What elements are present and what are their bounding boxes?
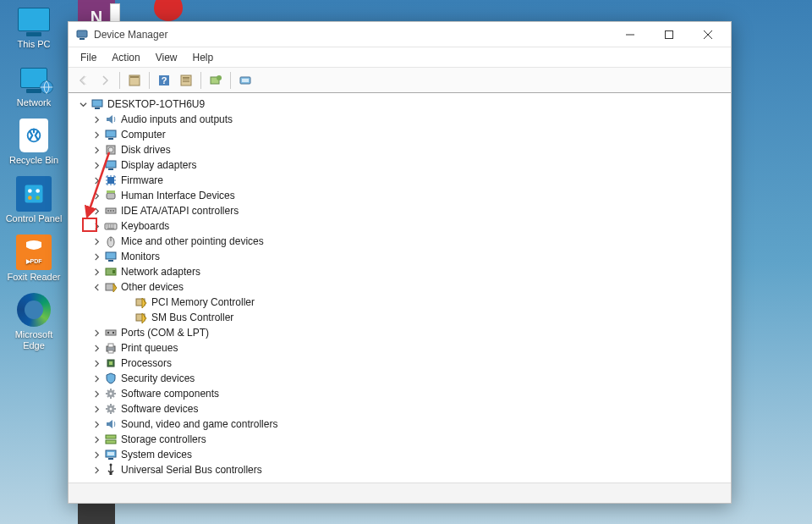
nic-icon xyxy=(104,265,118,279)
tree-item[interactable]: ! PCI Memory Controller xyxy=(74,295,731,310)
chevron-right-icon[interactable] xyxy=(91,113,102,125)
tree-item[interactable]: Computer xyxy=(74,127,731,142)
desktop-icon-control-panel[interactable]: Control Panel xyxy=(0,176,68,224)
chevron-right-icon[interactable] xyxy=(91,449,102,461)
menu-help[interactable]: Help xyxy=(186,49,221,66)
chevron-right-icon[interactable] xyxy=(91,190,102,201)
svg-rect-30 xyxy=(107,193,115,199)
toolbar-show-hidden[interactable] xyxy=(125,71,144,90)
chevron-right-icon[interactable] xyxy=(91,205,102,217)
chevron-right-icon[interactable] xyxy=(91,266,102,278)
desktop-icon-label: Microsoft Edge xyxy=(4,329,63,350)
chevron-right-icon[interactable] xyxy=(91,129,102,141)
tree-item[interactable]: Disk drives xyxy=(74,142,731,157)
mouse-icon xyxy=(104,234,118,248)
tree-item-label: Audio inputs and outputs xyxy=(121,113,233,125)
tree-item[interactable]: Print queues xyxy=(74,340,731,356)
desktop-icon-this-pc[interactable]: This PC xyxy=(0,2,68,50)
tree-item[interactable]: IDE ATA/ATAPI controllers xyxy=(74,203,731,218)
tree-item[interactable]: Universal Serial Bus controllers xyxy=(74,462,731,477)
chevron-right-icon[interactable] xyxy=(91,220,102,232)
chevron-down-icon[interactable] xyxy=(91,281,102,293)
tree-item[interactable]: Storage controllers xyxy=(74,432,731,447)
menu-file[interactable]: File xyxy=(74,49,103,66)
chevron-right-icon[interactable] xyxy=(91,418,102,430)
tree-item-label: Keyboards xyxy=(121,220,169,232)
toolbar-help[interactable]: ? xyxy=(155,71,173,90)
tree-item[interactable]: System devices xyxy=(74,447,731,462)
svg-point-34 xyxy=(110,210,112,212)
svg-rect-61 xyxy=(106,440,116,444)
tree-item[interactable]: ! Other devices xyxy=(74,279,731,295)
svg-point-35 xyxy=(112,210,114,212)
tree-item-label: Security devices xyxy=(121,372,195,384)
svg-point-57 xyxy=(110,393,112,395)
titlebar[interactable]: Device Manager xyxy=(69,22,731,47)
tree-item-label: Firmware xyxy=(121,174,163,186)
tree-item[interactable]: ! SM Bus Controller xyxy=(74,310,731,325)
port-icon xyxy=(104,326,118,339)
tree-item-label: Display adapters xyxy=(121,159,196,171)
chevron-right-icon[interactable] xyxy=(91,342,102,354)
hid-icon xyxy=(104,189,118,202)
chevron-right-icon[interactable] xyxy=(91,357,102,369)
tree-item[interactable]: Keyboards xyxy=(74,218,731,234)
tree-item[interactable]: Mice and other pointing devices xyxy=(74,234,731,249)
maximize-button[interactable] xyxy=(650,22,689,47)
chevron-right-icon[interactable] xyxy=(91,464,102,476)
chevron-right-icon[interactable] xyxy=(91,327,102,339)
chevron-down-icon[interactable] xyxy=(77,98,89,110)
svg-rect-20 xyxy=(242,79,249,82)
desktop-icon-network[interactable]: Network xyxy=(0,60,68,108)
toolbar-update[interactable] xyxy=(206,71,225,90)
chevron-right-icon[interactable] xyxy=(91,403,102,415)
minimize-button[interactable] xyxy=(611,22,650,47)
tree-item[interactable]: Software components xyxy=(74,386,731,401)
toolbar-back[interactable] xyxy=(74,71,92,90)
menu-action[interactable]: Action xyxy=(105,49,146,66)
tree-item[interactable]: Network adapters xyxy=(74,264,731,279)
tree-item[interactable]: Display adapters xyxy=(74,157,731,173)
chevron-right-icon[interactable] xyxy=(91,174,102,186)
menu-view[interactable]: View xyxy=(149,49,184,66)
tree-item[interactable]: Human Interface Devices xyxy=(74,188,731,203)
warn-child-icon: ! xyxy=(134,311,148,324)
tree-item[interactable]: Sound, video and game controllers xyxy=(74,416,731,432)
control-panel-icon xyxy=(16,176,52,212)
toolbar-properties[interactable] xyxy=(177,71,195,90)
chevron-right-icon[interactable] xyxy=(91,433,102,445)
close-button[interactable] xyxy=(689,22,727,47)
toolbar-forward[interactable] xyxy=(96,71,114,90)
device-tree[interactable]: DESKTOP-1OTH6U9 Audio inputs and outputs… xyxy=(69,93,731,483)
tree-item[interactable]: Firmware xyxy=(74,173,731,188)
desktop-icon-label: Control Panel xyxy=(6,213,63,224)
svg-text:!: ! xyxy=(114,284,116,290)
monitor-icon xyxy=(104,158,118,172)
desktop-icon-recycle-bin[interactable]: Recycle Bin xyxy=(0,118,68,166)
bin-icon xyxy=(19,119,48,152)
tree-item-label: Computer xyxy=(121,129,166,141)
svg-rect-29 xyxy=(107,177,114,184)
toolbar-scan[interactable] xyxy=(236,71,255,90)
svg-rect-52 xyxy=(108,344,113,347)
svg-rect-23 xyxy=(106,130,116,137)
chevron-right-icon[interactable] xyxy=(91,159,102,171)
tree-item[interactable]: Security devices xyxy=(74,371,731,386)
tree-item[interactable]: Monitors xyxy=(74,249,731,264)
tree-item[interactable]: Ports (COM & LPT) xyxy=(74,325,731,340)
chevron-right-icon[interactable] xyxy=(91,251,102,262)
tree-item-label: Print queues xyxy=(121,342,178,354)
tree-root[interactable]: DESKTOP-1OTH6U9 xyxy=(74,97,731,112)
desktop-icon-edge[interactable]: Microsoft Edge xyxy=(0,292,68,350)
tree-item[interactable]: Processors xyxy=(74,356,731,371)
computer-icon xyxy=(91,97,104,111)
chevron-right-icon[interactable] xyxy=(91,144,102,156)
chevron-right-icon[interactable] xyxy=(91,235,102,247)
chevron-right-icon[interactable] xyxy=(91,388,102,400)
tree-item[interactable]: Software devices xyxy=(74,401,731,416)
tree-item[interactable]: Audio inputs and outputs xyxy=(74,112,731,127)
tree-item-label: System devices xyxy=(121,449,192,461)
chevron-right-icon[interactable] xyxy=(91,372,102,384)
edge-icon xyxy=(17,293,51,327)
desktop-icon-foxit[interactable]: ▶PDF Foxit Reader xyxy=(0,234,68,283)
